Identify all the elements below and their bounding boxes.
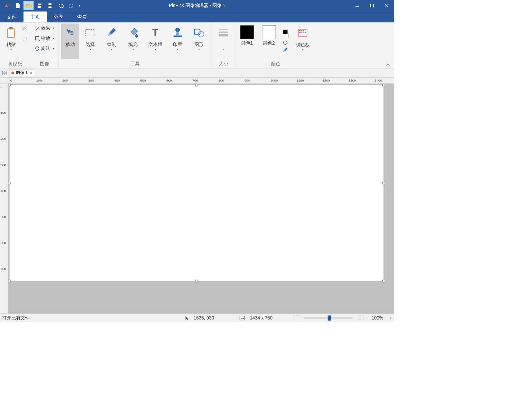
mini-swatch-white[interactable] (284, 34, 289, 38)
resize-handle-s[interactable] (195, 280, 198, 283)
move-tool-button[interactable]: 移动 (61, 24, 79, 59)
shapes-icon (193, 25, 205, 40)
canvas-dimensions: 1434 x 750 (250, 315, 272, 320)
color2-swatch (262, 25, 276, 39)
rotate-icon (35, 46, 40, 51)
undo-button[interactable] (56, 1, 66, 10)
minimize-button[interactable] (350, 0, 365, 11)
group-image: 效果▼ 缩放▼ 旋转▼ 图像 (31, 22, 59, 68)
stamp-icon (172, 25, 183, 40)
tab-home[interactable]: 主页 (24, 12, 47, 23)
svg-rect-33 (301, 32, 302, 33)
canvas[interactable] (9, 85, 384, 282)
svg-text:T: T (152, 28, 158, 38)
stamp-tool-button[interactable]: 印章▼ (167, 24, 188, 59)
size-button[interactable]: ▼ (215, 24, 233, 59)
cursor-icon (185, 315, 189, 320)
color2-button[interactable]: 颜色2 (260, 24, 278, 59)
scale-button[interactable]: 缩放▼ (33, 34, 56, 43)
zoom-slider[interactable] (304, 317, 353, 319)
scissors-icon (21, 25, 27, 31)
save-button[interactable] (34, 1, 45, 10)
dropdown-icon: ▼ (10, 48, 12, 51)
tab-share[interactable]: 分享 (47, 12, 71, 23)
svg-rect-14 (23, 37, 26, 41)
group-color: 颜色1 颜色2 调色板▼ 颜色 (235, 22, 316, 68)
textbox-tool-button[interactable]: T 文本框▼ (144, 24, 166, 59)
svg-rect-18 (86, 29, 95, 36)
group-label: 工具 (131, 60, 140, 68)
draw-tool-button[interactable]: 绘制▼ (101, 24, 122, 59)
line-weight-icon (218, 25, 229, 40)
group-label: 图像 (40, 60, 49, 68)
resize-handle-ne[interactable] (382, 84, 385, 87)
select-tool-button[interactable]: 选择▼ (80, 24, 100, 59)
resize-handle-nw[interactable] (8, 84, 11, 87)
color1-swatch (240, 25, 254, 39)
zoom-out-button[interactable]: − (293, 315, 299, 321)
svg-point-15 (36, 26, 37, 27)
rotate-button[interactable]: 旋转▼ (33, 44, 56, 53)
app-logo-icon[interactable] (2, 1, 12, 10)
color1-button[interactable]: 颜色1 (238, 24, 256, 59)
svg-rect-10 (9, 27, 13, 29)
maximize-button[interactable] (365, 0, 379, 11)
ribbon: 粘贴 ▼ 剪贴板 效果▼ 缩放▼ (0, 22, 394, 68)
svg-rect-38 (3, 73, 4, 75)
paste-button[interactable]: 粘贴 ▼ (3, 24, 20, 59)
svg-rect-32 (299, 32, 301, 33)
tab-file[interactable]: 文件 (0, 12, 24, 23)
shape-tool-button[interactable]: 图形▼ (189, 24, 209, 59)
cursor-position: 1635, 930 (194, 315, 214, 320)
close-button[interactable] (380, 0, 394, 11)
group-label: 剪贴板 (8, 60, 22, 68)
zoom-dropdown-icon[interactable]: ▼ (390, 316, 392, 319)
eyedropper-icon[interactable] (282, 47, 288, 54)
select-icon (85, 25, 96, 40)
swap-colors-icon[interactable] (282, 40, 288, 45)
svg-rect-30 (303, 30, 304, 31)
cut-button[interactable] (20, 24, 28, 33)
group-clipboard: 粘贴 ▼ 剪贴板 (0, 22, 31, 68)
resize-handle-sw[interactable] (8, 280, 11, 283)
zoom-in-button[interactable]: + (358, 315, 364, 321)
vertical-ruler: 0100200300400500600700 (0, 84, 8, 314)
svg-rect-35 (305, 32, 306, 33)
print-button[interactable] (45, 1, 55, 10)
resize-handle-se[interactable] (382, 280, 385, 283)
close-tab-icon[interactable]: ✕ (30, 71, 33, 75)
fill-tool-button[interactable]: 填充▼ (123, 24, 143, 59)
group-tools: 移动 选择▼ 绘制▼ 填充▼ T 文本框▼ 印章▼ (59, 22, 212, 68)
tab-modified-icon (12, 72, 14, 74)
resize-handle-w[interactable] (8, 182, 11, 184)
effects-icon (35, 25, 40, 31)
qat-customize-dropdown[interactable]: ▾ (77, 1, 82, 10)
zoom-slider-thumb[interactable] (328, 315, 331, 320)
move-icon (65, 25, 76, 40)
svg-point-23 (198, 31, 204, 37)
resize-handle-e[interactable] (382, 182, 385, 184)
palette-icon (298, 25, 308, 41)
open-file-button[interactable] (24, 1, 34, 10)
resize-handle-n[interactable] (195, 84, 198, 87)
thumbnail-view-button[interactable] (2, 70, 8, 76)
canvas-viewport[interactable] (8, 84, 394, 314)
tab-view[interactable]: 查看 (71, 12, 94, 23)
svg-point-16 (39, 29, 40, 30)
copy-button[interactable] (20, 34, 28, 43)
brush-icon (107, 25, 117, 40)
group-label: 大小 (219, 60, 228, 68)
svg-rect-34 (303, 32, 304, 33)
palette-button[interactable]: 调色板▼ (292, 24, 313, 59)
svg-rect-29 (301, 30, 302, 31)
svg-rect-2 (38, 4, 41, 5)
effects-button[interactable]: 效果▼ (33, 24, 56, 33)
collapse-ribbon-button[interactable] (386, 63, 390, 66)
svg-point-21 (175, 28, 180, 32)
window-controls (350, 0, 394, 11)
document-tab[interactable]: 图像 1 ✕ (9, 69, 35, 77)
new-file-button[interactable] (13, 1, 23, 10)
zoom-level[interactable]: 100% (372, 315, 383, 320)
redo-button[interactable] (66, 1, 77, 10)
fill-icon (128, 25, 138, 40)
